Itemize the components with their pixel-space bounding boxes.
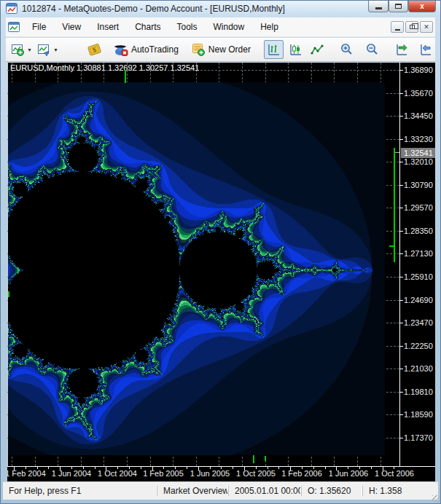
time-tick <box>106 467 106 470</box>
window-resize-grip[interactable] <box>432 495 440 503</box>
time-tick <box>383 467 383 470</box>
price-label: 1.30790 <box>404 181 433 189</box>
price-bar <box>125 70 126 83</box>
price-label: 1.18590 <box>404 410 433 419</box>
time-tick <box>14 467 15 470</box>
price-tick <box>399 300 403 301</box>
bar-chart-button[interactable] <box>264 40 284 59</box>
zoom-out-button[interactable] <box>362 40 382 59</box>
menu-item-window[interactable]: Window <box>206 19 253 35</box>
time-tick <box>336 467 337 470</box>
close-button[interactable]: x <box>408 1 436 12</box>
menu-item-file[interactable]: File <box>24 19 54 35</box>
price-label: 1.21030 <box>404 364 433 373</box>
price-label: 1.17370 <box>404 433 433 442</box>
auto-scroll-icon <box>394 44 408 56</box>
price-bar <box>253 455 254 463</box>
time-tick <box>175 467 176 469</box>
chart-area: EURUSD,Monthly 1.30881 1.32692 1.30257 1… <box>7 63 435 481</box>
auto-scroll-button[interactable] <box>391 40 411 59</box>
title-bar[interactable]: 1012874 - MetaQuotes-Demo - Demo Account… <box>1 1 440 17</box>
zoom-out-icon <box>365 43 379 56</box>
mdi-restore-button[interactable] <box>405 21 418 33</box>
fractal-chart-object[interactable] <box>8 82 385 455</box>
line-chart-icon <box>311 44 324 56</box>
time-tick <box>37 467 38 469</box>
mdi-minimize-button[interactable] <box>391 21 404 33</box>
time-tick <box>152 467 153 470</box>
status-help-text: For Help, press F1 <box>3 486 157 496</box>
toolbar: ▼ ▼ 5 <box>6 38 435 62</box>
mdi-close-button[interactable]: ✕ <box>420 21 433 33</box>
menu-bar: FileViewInsertChartsToolsWindowHelp ✕ <box>6 17 435 37</box>
time-tick <box>302 467 303 469</box>
chart-shift-button[interactable] <box>415 40 435 59</box>
menu-item-help[interactable]: Help <box>252 19 286 35</box>
price-tick <box>399 346 403 347</box>
time-label: 1 Jun 2006 <box>329 469 368 478</box>
menu-item-insert[interactable]: Insert <box>89 19 127 35</box>
new-chart-button[interactable]: ▼ <box>9 40 35 59</box>
time-tick <box>129 467 130 469</box>
time-tick <box>95 467 95 469</box>
autotrading-label: AutoTrading <box>131 44 179 55</box>
time-tick <box>221 467 222 469</box>
new-chart-icon <box>12 44 25 56</box>
price-tick <box>399 414 403 415</box>
maximize-icon <box>395 4 402 9</box>
price-tick <box>399 369 403 369</box>
time-label: 1 Feb 2005 <box>143 469 184 478</box>
price-label: 1.22250 <box>404 342 433 350</box>
price-bar <box>265 456 266 461</box>
price-label: 1.28350 <box>404 227 433 235</box>
price-tick <box>399 185 403 186</box>
price-label: 1.19810 <box>404 387 433 396</box>
time-tick <box>71 467 72 469</box>
time-tick <box>278 467 279 469</box>
new-order-icon <box>191 43 206 56</box>
menu-item-view[interactable]: View <box>54 19 89 35</box>
mql5-button[interactable]: 5 <box>84 40 106 59</box>
minimize-icon <box>375 7 382 9</box>
time-tick <box>268 467 268 469</box>
profiles-button[interactable]: ▼ <box>35 40 61 59</box>
line-chart-button[interactable] <box>308 40 327 59</box>
new-chart-caret-icon[interactable]: ▼ <box>27 47 32 52</box>
application-window: 1012874 - MetaQuotes-Demo - Demo Account… <box>0 0 441 504</box>
time-tick <box>117 467 118 469</box>
candlestick-chart-button[interactable] <box>286 40 305 59</box>
zoom-in-button[interactable] <box>337 40 356 59</box>
new-order-label: New Order <box>208 44 251 55</box>
status-bar: For Help, press F1 Market Overview 2005.… <box>3 481 438 500</box>
menu-item-charts[interactable]: Charts <box>127 19 168 35</box>
mdi-restore-icon <box>410 25 415 29</box>
maximize-button[interactable] <box>389 1 408 12</box>
chart-shift-icon <box>418 44 432 56</box>
price-tick <box>399 70 403 71</box>
time-tick <box>256 467 257 469</box>
price-bar <box>389 245 394 247</box>
time-tick <box>187 467 187 469</box>
new-order-button[interactable]: New Order <box>188 40 254 59</box>
autotrading-button[interactable]: AutoTrading <box>111 40 182 59</box>
price-tick <box>399 139 403 140</box>
price-label: 1.33230 <box>404 135 433 143</box>
menu-item-tools[interactable]: Tools <box>169 19 206 35</box>
price-tick <box>399 277 403 277</box>
profiles-caret-icon[interactable]: ▼ <box>53 47 58 52</box>
minimize-button[interactable] <box>368 1 389 12</box>
price-tick <box>399 116 403 117</box>
mdi-close-icon: ✕ <box>424 23 429 31</box>
status-market-overview[interactable]: Market Overview <box>157 486 228 496</box>
time-tick <box>60 467 61 470</box>
zoom-in-icon <box>340 43 354 56</box>
time-tick <box>359 467 360 469</box>
time-tick <box>244 467 245 470</box>
time-label: 1 Oct 2006 <box>375 469 414 478</box>
price-label: 1.36890 <box>404 66 433 74</box>
menu-items: FileViewInsertChartsToolsWindowHelp <box>24 19 286 35</box>
time-label: 1 Jun 2004 <box>52 469 91 478</box>
price-label: 1.29570 <box>404 203 433 212</box>
chart-window-icon <box>8 21 20 33</box>
time-label: 1 Feb 2004 <box>7 469 46 478</box>
